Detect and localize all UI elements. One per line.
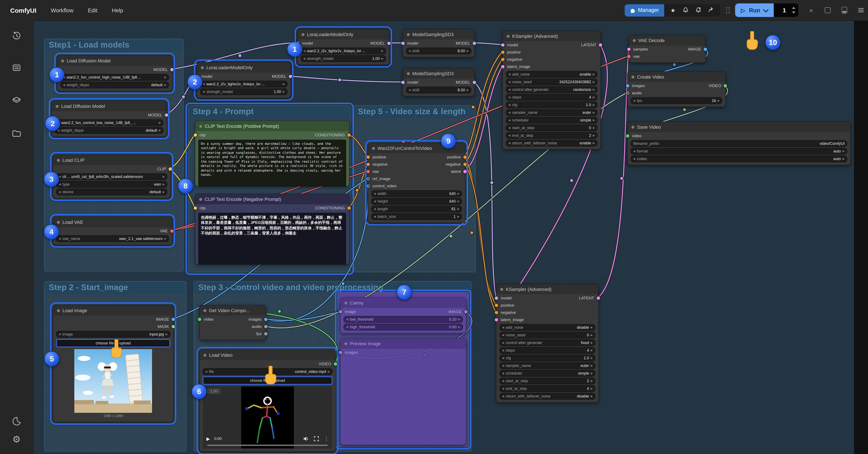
node-create-video[interactable]: Create VideoimagesVIDEOaudio◀fps16▶ (627, 71, 726, 107)
combo-right-arrow-icon[interactable]: ▶ (381, 57, 383, 60)
input-slot-vae[interactable] (367, 170, 370, 173)
menu-workflow[interactable]: Workflow (51, 7, 73, 13)
combo-left-arrow-icon[interactable]: ◀ (502, 326, 504, 329)
node-canny[interactable]: CannyimageIMAGE◀low_threshold0.10▶◀high_… (340, 297, 466, 333)
collapse-dot-icon[interactable] (56, 105, 59, 108)
stepper-up-icon[interactable] (792, 7, 795, 9)
output-slot-latent[interactable] (463, 170, 467, 173)
collapse-dot-icon[interactable] (204, 354, 206, 357)
combo-right-arrow-icon[interactable]: ▶ (593, 80, 595, 84)
combo-right-arrow-icon[interactable]: ▶ (458, 325, 460, 329)
combo-right-arrow-icon[interactable]: ▶ (591, 364, 593, 367)
input-slot-positive[interactable] (367, 155, 370, 159)
output-slot-audio[interactable] (264, 325, 268, 328)
bottom-panel-icon[interactable] (840, 6, 848, 14)
combo-right-arrow-icon[interactable]: ▶ (591, 379, 593, 383)
cfg-widget[interactable]: ◀cfg1.0▶ (506, 101, 597, 108)
theme-toggle-moon-icon[interactable] (7, 412, 26, 430)
combo-right-arrow-icon[interactable]: ▶ (593, 111, 595, 114)
input-slot-negative[interactable] (495, 311, 498, 314)
combo-left-arrow-icon[interactable]: ◀ (633, 99, 635, 102)
output-slot-MODEL[interactable] (165, 113, 168, 117)
combo-right-arrow-icon[interactable]: ▶ (164, 237, 166, 240)
combo-right-arrow-icon[interactable]: ▶ (457, 215, 460, 218)
collapse-dot-icon[interactable] (57, 221, 60, 223)
combo-left-arrow-icon[interactable]: ◀ (633, 157, 635, 160)
combo-left-arrow-icon[interactable]: ◀ (502, 395, 504, 398)
collapse-dot-icon[interactable] (500, 288, 503, 291)
menu-list-icon[interactable] (857, 6, 865, 14)
combo-left-arrow-icon[interactable]: ◀ (408, 49, 411, 53)
sampler_name-widget[interactable]: ◀sampler_nameeuler▶ (506, 109, 597, 116)
output-slot-IMAGE[interactable] (464, 310, 468, 313)
focus-mode-icon[interactable] (824, 6, 832, 14)
collapse-dot-icon[interactable] (344, 301, 347, 304)
node-get-video-components[interactable]: Get Video Compo...videoimagesaudiofps (199, 305, 266, 340)
output-slot-LATENT[interactable] (597, 296, 600, 300)
shift-widget[interactable]: ◀shift8.00▶ (406, 87, 471, 93)
output-slot-MODEL[interactable] (473, 41, 476, 45)
combo-right-arrow-icon[interactable]: ▶ (591, 341, 593, 344)
steps-widget[interactable]: ◀steps4▶ (506, 94, 597, 101)
combo-right-arrow-icon[interactable]: ▶ (593, 126, 595, 129)
collapse-dot-icon[interactable] (57, 159, 60, 161)
star-icon[interactable]: ★ (667, 7, 679, 13)
collapse-dot-icon[interactable] (204, 309, 206, 312)
node-model-sampling-sd3-2[interactable]: ModelSamplingSD3modelMODEL◀shift8.00▶ (403, 68, 475, 96)
input-slot-model[interactable] (401, 41, 405, 45)
input-slot-video[interactable] (198, 317, 201, 321)
node-lora-loader-1[interactable]: LoraLoaderModelOnlymodelMODEL◀wan2.2_i2v… (297, 29, 390, 65)
combo-left-arrow-icon[interactable]: ◀ (63, 83, 65, 87)
combo-left-arrow-icon[interactable]: ◀ (502, 333, 504, 337)
combo-right-arrow-icon[interactable]: ▶ (593, 134, 595, 137)
prompt-textarea[interactable]: 色调艳丽，过曝，静态，细节模糊不清，字幕，风格，作品，画作，画面，静止，整体发灰… (198, 213, 346, 265)
shift-widget[interactable]: ◀shift8.00▶ (406, 48, 471, 54)
collapse-dot-icon[interactable] (57, 309, 60, 312)
input-slot-samples[interactable] (627, 47, 631, 51)
combo-left-arrow-icon[interactable]: ◀ (633, 150, 635, 153)
node-wan22-fun-control-to-video[interactable]: Wan22FunControlToVideopositivepositivene… (368, 143, 465, 223)
workflows-folder-icon[interactable] (7, 124, 26, 143)
filename_prefix-widget[interactable]: filename_prefixvideo/ComfyUI (631, 140, 847, 147)
collapse-dot-icon[interactable] (199, 198, 202, 201)
output-slot-LATENT[interactable] (599, 43, 602, 47)
combo-right-arrow-icon[interactable]: ▶ (166, 333, 168, 336)
combo-left-arrow-icon[interactable]: ◀ (502, 379, 504, 383)
strength_model-widget[interactable]: ◀strength_model1.00▶ (301, 55, 386, 62)
input-slot-latent_image[interactable] (495, 318, 498, 321)
output-slot-IMAGE[interactable] (704, 47, 707, 51)
combo-left-arrow-icon[interactable]: ◀ (408, 88, 411, 92)
collapse-dot-icon[interactable] (407, 72, 410, 75)
more-options-icon[interactable]: ⋮ (324, 436, 329, 442)
image-widget[interactable]: ◀imageinput.jpg▶ (56, 331, 170, 338)
output-slot-positive[interactable] (463, 155, 467, 159)
combo-left-arrow-icon[interactable]: ◀ (508, 88, 510, 91)
combo-right-arrow-icon[interactable]: ▶ (591, 333, 593, 337)
type-widget[interactable]: ◀typewan▶ (56, 181, 167, 188)
node-load-image[interactable]: Load ImageIMAGEMASK◀imageinput.jpg▶choos… (53, 305, 174, 422)
node-clip-text-negative[interactable]: CLIP Text Encode (Negative Prompt)clipCO… (195, 194, 349, 265)
input-slot-images[interactable] (626, 84, 629, 87)
control after generate-widget[interactable]: ◀control after generatefixed▶ (499, 339, 595, 346)
combo-left-arrow-icon[interactable]: ◀ (374, 200, 376, 203)
output-slot-IMAGE[interactable] (172, 317, 175, 321)
output-slot-VIDEO[interactable] (334, 362, 337, 365)
combo-right-arrow-icon[interactable]: ▶ (593, 88, 595, 91)
combo-left-arrow-icon[interactable]: ◀ (303, 49, 305, 53)
collapse-dot-icon[interactable] (201, 66, 204, 69)
output-slot-MODEL[interactable] (473, 81, 476, 84)
combo-left-arrow-icon[interactable]: ◀ (502, 341, 504, 344)
combo-left-arrow-icon[interactable]: ◀ (502, 372, 504, 375)
sampler_name-widget[interactable]: ◀sampler_nameeuler▶ (499, 362, 595, 369)
weight_dtype-widget[interactable]: ◀weight_dtypedefault▶ (55, 127, 163, 134)
close-icon[interactable]: × (807, 6, 815, 14)
combo-left-arrow-icon[interactable]: ◀ (502, 356, 504, 360)
input-slot-model[interactable] (501, 43, 504, 47)
drag-handle-icon[interactable] (726, 7, 730, 13)
scheduler-widget[interactable]: ◀schedulersimple▶ (499, 370, 595, 377)
input-slot-clip[interactable] (194, 206, 197, 210)
combo-left-arrow-icon[interactable]: ◀ (502, 387, 504, 390)
combo-left-arrow-icon[interactable]: ◀ (203, 90, 205, 93)
combo-right-arrow-icon[interactable]: ▶ (283, 90, 285, 93)
combo-left-arrow-icon[interactable]: ◀ (508, 126, 510, 129)
